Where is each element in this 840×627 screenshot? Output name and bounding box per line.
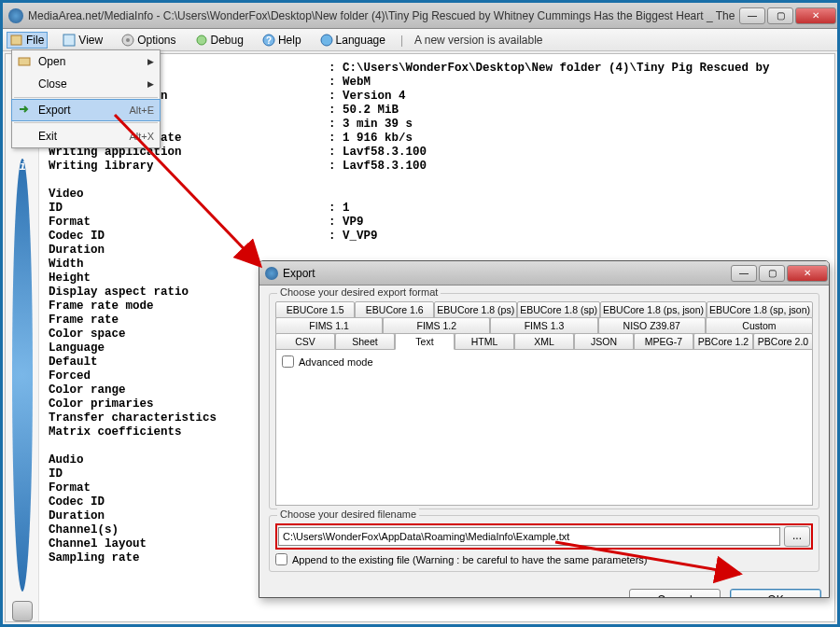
dialog-titlebar: Export — ▢ ✕ bbox=[259, 261, 829, 286]
tab-html[interactable]: HTML bbox=[455, 333, 514, 350]
tab-sheet[interactable]: Sheet bbox=[335, 333, 395, 350]
tab-text[interactable]: Text bbox=[395, 333, 455, 350]
svg-point-7 bbox=[321, 35, 332, 46]
sidebar-icon-about[interactable] bbox=[12, 159, 33, 592]
tab-ebucore-1-8-ps-json-[interactable]: EBUCore 1.8 (ps, json) bbox=[600, 301, 707, 318]
dialog-minimize-button[interactable]: — bbox=[731, 265, 757, 282]
file-menu-dropdown: Open ▶ Close ▶ Export Alt+E Exit Alt+X bbox=[11, 49, 161, 148]
tab-custom[interactable]: Custom bbox=[706, 317, 813, 334]
menu-item-open[interactable]: Open ▶ bbox=[12, 50, 160, 73]
options-icon bbox=[121, 34, 134, 47]
tab-xml[interactable]: XML bbox=[514, 333, 574, 350]
cancel-button[interactable]: Cancel bbox=[629, 589, 721, 598]
menu-language[interactable]: Language bbox=[316, 32, 389, 49]
dialog-icon bbox=[265, 267, 278, 280]
group-filename: Choose your desired filename ... Append … bbox=[269, 515, 819, 572]
sidebar-icon-sheet[interactable] bbox=[12, 601, 33, 621]
minimize-button[interactable]: — bbox=[739, 7, 765, 24]
tabs-row-2: FIMS 1.1FIMS 1.2FIMS 1.3NISO Z39.87Custo… bbox=[275, 317, 813, 334]
svg-text:?: ? bbox=[266, 35, 272, 46]
menu-item-export[interactable]: Export Alt+E bbox=[11, 99, 161, 121]
open-icon bbox=[18, 54, 33, 69]
svg-point-4 bbox=[197, 35, 206, 45]
menubar: File View Options Debug ? Help Language … bbox=[3, 29, 837, 51]
filename-input[interactable] bbox=[278, 527, 780, 546]
export-dialog: Export — ▢ ✕ Choose your desired export … bbox=[259, 260, 830, 598]
dialog-title: Export bbox=[283, 267, 730, 280]
submenu-arrow-icon: ▶ bbox=[147, 57, 154, 66]
dialog-close-button[interactable]: ✕ bbox=[787, 265, 828, 282]
group-export-format: Choose your desired export format EBUCor… bbox=[269, 293, 819, 509]
tab-ebucore-1-8-ps-[interactable]: EBUCore 1.8 (ps) bbox=[434, 301, 517, 318]
tab-json[interactable]: JSON bbox=[574, 333, 634, 350]
update-notice[interactable]: A new version is available bbox=[414, 34, 542, 47]
tabs-row-1: EBUCore 1.5EBUCore 1.6EBUCore 1.8 (ps)EB… bbox=[275, 301, 813, 318]
tab-pbcore-1-2[interactable]: PBCore 1.2 bbox=[693, 333, 753, 350]
menu-separator bbox=[14, 97, 158, 98]
tab-mpeg-7[interactable]: MPEG-7 bbox=[634, 333, 693, 350]
maximize-button[interactable]: ▢ bbox=[767, 7, 793, 24]
menu-debug[interactable]: Debug bbox=[191, 32, 247, 49]
menu-separator bbox=[14, 122, 158, 123]
window-title: MediaArea.net/MediaInfo - C:\Users\Wonde… bbox=[28, 9, 738, 22]
svg-rect-8 bbox=[19, 58, 30, 65]
view-icon bbox=[63, 34, 76, 47]
menu-file[interactable]: File bbox=[7, 32, 48, 49]
tabs-row-3: CSVSheetTextHTMLXMLJSONMPEG-7PBCore 1.2P… bbox=[275, 333, 813, 350]
menu-options[interactable]: Options bbox=[118, 32, 179, 49]
tab-ebucore-1-8-sp-[interactable]: EBUCore 1.8 (sp) bbox=[517, 301, 600, 318]
tab-fims-1-2[interactable]: FIMS 1.2 bbox=[383, 317, 490, 334]
svg-rect-1 bbox=[63, 35, 75, 46]
debug-icon bbox=[195, 34, 208, 47]
tab-pbcore-2-0[interactable]: PBCore 2.0 bbox=[753, 333, 813, 350]
tab-ebucore-1-8-sp-json-[interactable]: EBUCore 1.8 (sp, json) bbox=[707, 301, 813, 318]
export-icon bbox=[18, 103, 33, 118]
menu-item-close[interactable]: Close ▶ bbox=[12, 73, 160, 95]
append-checkbox[interactable]: Append to the existing file (Warning : b… bbox=[275, 553, 813, 565]
tab-ebucore-1-5[interactable]: EBUCore 1.5 bbox=[275, 301, 355, 318]
browse-button[interactable]: ... bbox=[784, 526, 810, 547]
menu-item-exit[interactable]: Exit Alt+X bbox=[12, 125, 160, 147]
menu-view[interactable]: View bbox=[59, 32, 106, 49]
tab-ebucore-1-6[interactable]: EBUCore 1.6 bbox=[355, 301, 434, 318]
menu-help[interactable]: ? Help bbox=[259, 32, 305, 49]
svg-point-3 bbox=[126, 38, 130, 42]
tab-niso-z39-87[interactable]: NISO Z39.87 bbox=[598, 317, 706, 334]
close-button[interactable]: ✕ bbox=[795, 7, 836, 24]
advanced-mode-checkbox[interactable]: Advanced mode bbox=[282, 355, 806, 368]
tab-csv[interactable]: CSV bbox=[275, 333, 335, 350]
language-icon bbox=[320, 34, 333, 47]
app-icon bbox=[8, 8, 23, 23]
dialog-maximize-button[interactable]: ▢ bbox=[759, 265, 785, 282]
tab-fims-1-1[interactable]: FIMS 1.1 bbox=[275, 317, 383, 334]
ok-button[interactable]: OK bbox=[730, 589, 821, 598]
menubar-separator: | bbox=[400, 34, 403, 47]
submenu-arrow-icon: ▶ bbox=[147, 79, 154, 89]
file-icon bbox=[10, 34, 23, 47]
filename-highlight: ... bbox=[275, 523, 813, 550]
svg-rect-0 bbox=[11, 35, 21, 45]
tab-pane: Advanced mode bbox=[275, 349, 813, 506]
main-titlebar: MediaArea.net/MediaInfo - C:\Users\Wonde… bbox=[3, 3, 837, 29]
tab-fims-1-3[interactable]: FIMS 1.3 bbox=[490, 317, 597, 334]
help-icon: ? bbox=[262, 34, 275, 47]
